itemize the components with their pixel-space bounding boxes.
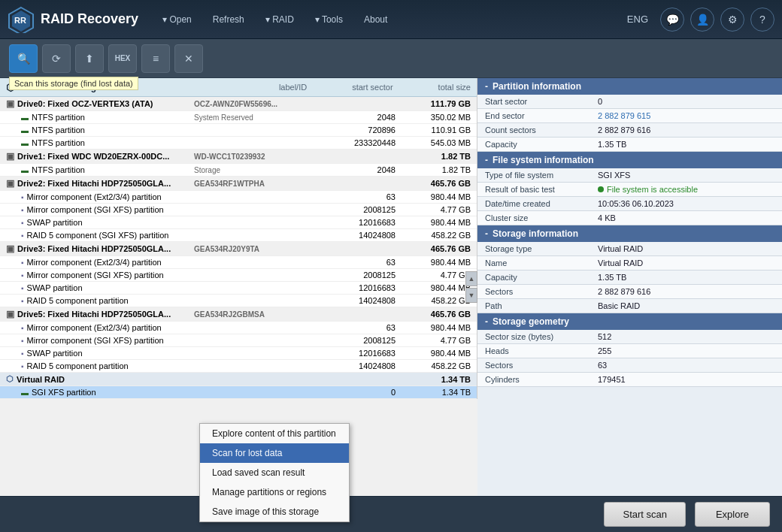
- scroll-up-button[interactable]: ▲: [465, 271, 477, 286]
- context-menu: Explore content of this partition Scan f…: [199, 423, 350, 522]
- filesystem-info-row: Date/time created 10:05:36 06.10.2023: [477, 197, 782, 211]
- main-area: ⬡ Connected storages label/ID start sect…: [0, 78, 782, 496]
- tree-row-sgi-xfs[interactable]: ▬SGI XFS partition 0 1.34 TB: [0, 386, 477, 399]
- partition-info-row: Count sectors 2 882 879 616: [477, 123, 782, 138]
- filesystem-info-row: Cluster size 4 KB: [477, 211, 782, 225]
- nav-about[interactable]: About: [355, 10, 396, 29]
- context-menu-item-save-image[interactable]: Save image of this storage: [200, 502, 349, 521]
- language-selector[interactable]: ENG: [621, 11, 654, 28]
- tree-row[interactable]: ▪RAID 5 component (SGI XFS) partition 14…: [0, 229, 477, 242]
- storage-info-row: Storage type Virtual RAID: [477, 242, 782, 256]
- hex-tool-button[interactable]: HEX: [108, 44, 137, 73]
- storage-info-row: Path Basic RAID: [477, 299, 782, 313]
- tree-row[interactable]: ▪Mirror component (SGI XFS) partition 20…: [0, 204, 477, 216]
- tree-row[interactable]: ▣Drive2: Fixed Hitachi HDP725050GLA... G…: [0, 177, 477, 191]
- messages-button[interactable]: 💬: [660, 8, 684, 32]
- geometry-info-row: Heads 255: [477, 344, 782, 358]
- context-menu-item-manage[interactable]: Manage partitions or regions: [200, 482, 349, 502]
- tree-row[interactable]: ▪RAID 5 component partition 14024808 458…: [0, 360, 477, 373]
- tree-row[interactable]: ▬NTFS partition 233320448 545.03 MB: [0, 137, 477, 150]
- geometry-info-row: Sector size (bytes) 512: [477, 330, 782, 344]
- storage-info-row: Name Virtual RAID: [477, 256, 782, 271]
- info-panel: - Partition information Start sector 0 E…: [477, 78, 782, 496]
- storage-info-row: Sectors 2 882 879 616: [477, 285, 782, 299]
- filesystem-info-row: Result of basic test File system is acce…: [477, 183, 782, 197]
- tree-row[interactable]: ▪Mirror component (Ext2/3/4) partition 6…: [0, 322, 477, 334]
- tree-row[interactable]: ▬NTFS partition 720896 110.91 GB: [0, 124, 477, 137]
- tree-row[interactable]: ▪RAID 5 component partition 14024808 458…: [0, 295, 477, 307]
- tree-row[interactable]: ▣Drive5: Fixed Hitachi HDP725050GLA... G…: [0, 307, 477, 322]
- nav-raid[interactable]: ▾ RAID: [256, 10, 303, 29]
- bottom-bar: Start scan Explore: [0, 496, 782, 532]
- nav-open[interactable]: ▾ Open: [153, 10, 201, 29]
- context-menu-item-explore[interactable]: Explore content of this partition: [200, 424, 349, 443]
- tree-row-virtual-raid[interactable]: ⬡Virtual RAID 1.34 TB: [0, 373, 477, 386]
- nav-refresh[interactable]: Refresh: [204, 10, 253, 29]
- scan-tool-button[interactable]: 🔍: [9, 44, 38, 73]
- explore-button[interactable]: Explore: [695, 502, 770, 527]
- tree-row[interactable]: ▬NTFS partition Storage 2048 1.82 TB: [0, 164, 477, 177]
- app-header: RR RAID Recovery ▾ Open Refresh ▾ RAID ▾…: [0, 0, 782, 39]
- header-right: ENG 💬 👤 ⚙ ?: [621, 8, 774, 32]
- partition-info-row: End sector 2 882 879 615: [477, 109, 782, 123]
- tree-row[interactable]: ▪SWAP partition 12016683 980.44 MB: [0, 282, 477, 295]
- storage-info-header: - Storage information: [477, 225, 782, 242]
- settings-button[interactable]: ⚙: [720, 8, 744, 32]
- tree-row[interactable]: ▪Mirror component (Ext2/3/4) partition 6…: [0, 191, 477, 204]
- tree-row[interactable]: ▪Mirror component (SGI XFS) partition 20…: [0, 334, 477, 347]
- tree-row[interactable]: ▣Drive0: Fixed OCZ-VERTEX3 (ATA) OCZ-AWN…: [0, 97, 477, 111]
- tree-row[interactable]: ▣Drive1: Fixed WDC WD20EZRX-00DC... WD-W…: [0, 150, 477, 164]
- toolbar-tooltip: Scan this storage (find lost data): [9, 77, 138, 90]
- app-logo: RR RAID Recovery: [8, 6, 138, 33]
- tree-row[interactable]: ▪Mirror component (SGI XFS) partition 20…: [0, 269, 477, 282]
- context-menu-item-load[interactable]: Load saved scan result: [200, 463, 349, 482]
- storage-info-row: Capacity 1.35 TB: [477, 271, 782, 285]
- tree-row[interactable]: ▬NTFS partition System Reserved 2048 350…: [0, 111, 477, 124]
- scroll-down-button[interactable]: ▼: [465, 288, 477, 303]
- help-button[interactable]: ?: [750, 8, 774, 32]
- filesystem-info-section: - File system information Type of file s…: [477, 152, 782, 225]
- app-title: RAID Recovery: [41, 11, 138, 27]
- geometry-info-row: Cylinders 179451: [477, 373, 782, 387]
- tree-row[interactable]: ▣Drive3: Fixed Hitachi HDP725050GLA... G…: [0, 242, 477, 256]
- context-menu-item-scan[interactable]: Scan for lost data: [200, 443, 349, 463]
- close-tool-button[interactable]: ✕: [174, 44, 203, 73]
- storage-info-section: - Storage information Storage type Virtu…: [477, 225, 782, 313]
- start-scan-button[interactable]: Start scan: [604, 502, 686, 527]
- list-tool-button[interactable]: ≡: [141, 44, 170, 73]
- svg-text:RR: RR: [14, 16, 26, 25]
- geometry-info-header: - Storage geometry: [477, 313, 782, 330]
- geometry-info-row: Sectors 63: [477, 358, 782, 373]
- tree-row[interactable]: ▪Mirror component (Ext2/3/4) partition 6…: [0, 256, 477, 269]
- geometry-info-section: - Storage geometry Sector size (bytes) 5…: [477, 313, 782, 387]
- partition-info-section: - Partition information Start sector 0 E…: [477, 78, 782, 152]
- account-button[interactable]: 👤: [690, 8, 714, 32]
- tree-row[interactable]: ▪SWAP partition 12016683 980.44 MB: [0, 347, 477, 360]
- main-nav: ▾ Open Refresh ▾ RAID ▾ Tools About: [153, 10, 621, 29]
- nav-tools[interactable]: ▾ Tools: [306, 10, 352, 29]
- partition-info-row: Capacity 1.35 TB: [477, 138, 782, 152]
- tree-row[interactable]: ▪SWAP partition 12016683 980.44 MB: [0, 216, 477, 229]
- partition-info-row: Start sector 0: [477, 95, 782, 109]
- refresh-tool-button[interactable]: ⟳: [42, 44, 71, 73]
- app-logo-icon: RR: [8, 6, 35, 33]
- partition-info-header: - Partition information: [477, 78, 782, 95]
- storage-tree-panel: ⬡ Connected storages label/ID start sect…: [0, 78, 477, 399]
- green-dot-icon: [598, 186, 604, 192]
- toolbar: 🔍 ⟳ ⬆ HEX ≡ ✕ Scan this storage (find lo…: [0, 39, 782, 78]
- filesystem-info-header: - File system information: [477, 152, 782, 168]
- export-tool-button[interactable]: ⬆: [75, 44, 104, 73]
- filesystem-info-row: Type of file system SGI XFS: [477, 168, 782, 183]
